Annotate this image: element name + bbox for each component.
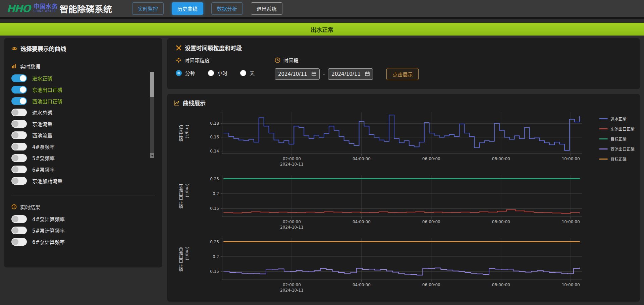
content-area: 选择要展示的曲线 实时数据 进水正磷 东池出口正磷 西池出口正磷 进水总磷 东池… <box>0 36 644 302</box>
scrollbar-thumb[interactable] <box>150 72 154 97</box>
toggle-switch[interactable] <box>11 74 27 82</box>
top-navbar: HHO 中国水务 CHINA WATER 智能除磷系统 实时监控历史曲线数据分析… <box>0 0 644 19</box>
radio-circle <box>208 70 214 76</box>
toggle-switch[interactable] <box>11 215 27 223</box>
curve-section: 实时数据 进水正磷 东池出口正磷 西池出口正磷 进水总磷 东池流量 西池流量 4… <box>11 63 155 186</box>
legend-label: 进水正磷 <box>610 116 627 122</box>
curve-toggle-row: 5#泵频率 <box>11 152 155 164</box>
tools-icon <box>176 45 182 51</box>
granularity-radio-minute[interactable]: 分钟 <box>176 69 195 76</box>
toggle-label: 西池流量 <box>32 132 52 139</box>
settings-title: 设置时间颗粒度和时段 <box>185 44 242 52</box>
svg-text:08:00:00: 08:00:00 <box>492 220 510 224</box>
logo-company-name-en: CHINA WATER <box>34 10 58 13</box>
granularity-radio-hour[interactable]: 小时 <box>208 69 227 76</box>
granularity-label-row: 时间颗粒度 <box>176 57 255 64</box>
toggle-label: 4#泵频率 <box>32 143 55 150</box>
nav-button-realtime-monitor[interactable]: 实时监控 <box>132 2 164 15</box>
curve-toggle-row: 6#泵频率 <box>11 164 155 175</box>
period-label-row: 时间段 <box>275 57 419 64</box>
show-curves-button[interactable]: 点击展示 <box>386 68 419 80</box>
svg-text:02:00:00: 02:00:00 <box>283 220 301 224</box>
toggle-label: 4#泵计算频率 <box>32 216 65 223</box>
toggle-knob <box>12 132 18 138</box>
nav-button-group: 实时监控历史曲线数据分析退出系统 <box>132 2 282 15</box>
curve-toggle-row: 西池出口正磷 <box>11 95 155 107</box>
svg-text:04:00:00: 04:00:00 <box>353 157 371 161</box>
toggle-label: 6#泵计算频率 <box>32 238 65 245</box>
sidebar-scrollbar[interactable] <box>150 72 154 158</box>
section-title: 实时结果 <box>20 203 40 210</box>
nav-button-history-curve[interactable]: 历史曲线 <box>172 2 203 15</box>
charts-title: 曲线展示 <box>183 99 206 107</box>
svg-text:10:00:00: 10:00:00 <box>562 220 580 224</box>
toggle-switch[interactable] <box>11 131 27 139</box>
radio-circle <box>240 70 246 76</box>
toggle-switch[interactable] <box>11 120 27 128</box>
toggle-label: 东池出口正磷 <box>32 86 62 93</box>
toggle-knob <box>12 109 18 116</box>
legend-item[interactable]: 目标正磷 <box>599 136 635 142</box>
svg-text:0.2: 0.2 <box>213 254 219 259</box>
legend-item[interactable]: 目标正磷 <box>599 156 635 162</box>
curve-toggle-row: 西池流量 <box>11 129 155 141</box>
toggle-switch[interactable] <box>11 177 27 185</box>
svg-text:02:00:00: 02:00:00 <box>283 283 301 287</box>
svg-text:06:00:00: 06:00:00 <box>422 283 440 287</box>
date-to-input[interactable]: 2024/10/11 <box>328 68 373 80</box>
svg-text:0.2: 0.2 <box>213 191 219 196</box>
curve-toggle-row: 进水正磷 <box>11 72 155 84</box>
nav-button-data-analysis[interactable]: 数据分析 <box>211 2 243 15</box>
sidebar-title: 选择要展示的曲线 <box>20 44 66 53</box>
time-settings-panel: 设置时间颗粒度和时段 时间颗粒度 分钟 小时 天 <box>167 38 640 89</box>
toggle-switch[interactable] <box>11 154 27 162</box>
chart-row: 西池出口正磷 (mg/L) 0.150.20.2502:00:002024-10… <box>174 236 633 297</box>
svg-text:08:00:00: 08:00:00 <box>492 157 510 161</box>
toggle-switch[interactable] <box>11 97 27 105</box>
toggle-switch[interactable] <box>11 86 27 94</box>
svg-text:0.16: 0.16 <box>210 135 219 139</box>
settings-body: 时间颗粒度 分钟 小时 天 时间段 <box>176 57 631 80</box>
toggle-list: 进水正磷 东池出口正磷 西池出口正磷 进水总磷 东池流量 西池流量 4#泵频率 … <box>11 72 155 186</box>
toggle-label: 6#泵频率 <box>32 166 55 173</box>
toggle-switch[interactable] <box>11 227 27 234</box>
granularity-group: 时间颗粒度 分钟 小时 天 <box>176 57 255 80</box>
toggle-knob <box>12 239 18 245</box>
section-title: 实时数据 <box>20 63 40 70</box>
toggle-switch[interactable] <box>11 143 27 150</box>
toggle-switch[interactable] <box>11 238 27 246</box>
chart-rows: 进水正磷 (mg/L) 0.140.160.1802:00:002024-10-… <box>174 110 633 297</box>
toggle-switch[interactable] <box>11 166 27 173</box>
svg-text:0.25: 0.25 <box>210 240 219 244</box>
logo-text: 中国水务 CHINA WATER <box>34 4 58 13</box>
granularity-radio-day[interactable]: 天 <box>240 69 255 76</box>
period-controls: 2024/10/11 - 2024/10/11 点击展示 <box>275 68 419 80</box>
sidebar-header: 选择要展示的曲线 <box>11 44 155 53</box>
granularity-radio-group: 分钟 小时 天 <box>176 69 255 76</box>
nav-button-exit-system[interactable]: 退出系统 <box>251 2 282 15</box>
legend-item[interactable]: 西池出口正磷 <box>599 146 635 152</box>
radio-label: 天 <box>250 69 255 76</box>
status-banner: 出水正常 <box>0 23 644 36</box>
granularity-label: 时间颗粒度 <box>184 57 210 64</box>
svg-text:2024-10-11: 2024-10-11 <box>280 225 304 230</box>
svg-text:10:00:00: 10:00:00 <box>562 157 580 161</box>
logo-mark: HHO <box>7 3 30 14</box>
legend-label: 东池出口正磷 <box>610 126 635 132</box>
legend-item[interactable]: 进水正磷 <box>599 116 635 122</box>
legend-item[interactable]: 东池出口正磷 <box>599 126 635 132</box>
svg-text:10:00:00: 10:00:00 <box>562 283 580 287</box>
toggle-label: 5#泵频率 <box>32 155 55 162</box>
toggle-knob <box>20 86 26 93</box>
app-title: 智能除磷系统 <box>60 2 112 15</box>
calendar-icon <box>365 71 370 77</box>
chart-y-axis-label: 西池出口正磷 (mg/L) <box>177 247 191 272</box>
gauge-icon <box>11 204 17 210</box>
clock-icon <box>275 57 281 63</box>
scrollbar-down-button[interactable] <box>150 153 154 158</box>
svg-text:0.18: 0.18 <box>210 121 219 126</box>
curve-section-header: 实时数据 <box>11 63 155 70</box>
date-from-input[interactable]: 2024/10/11 <box>275 68 320 80</box>
toggle-switch[interactable] <box>11 109 27 116</box>
toggle-knob <box>20 75 26 81</box>
